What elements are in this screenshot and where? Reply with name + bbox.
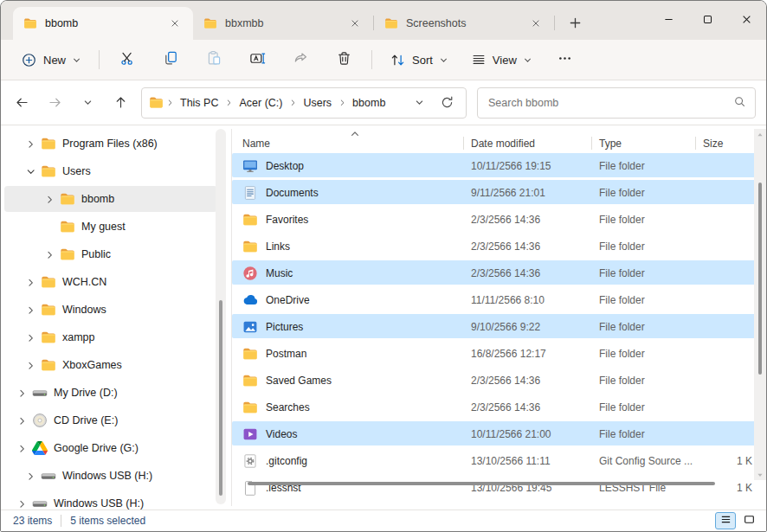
date-modified: 2/3/2566 14:36 xyxy=(464,401,592,413)
chevron-right-icon[interactable] xyxy=(42,250,56,260)
share-button[interactable] xyxy=(282,44,319,75)
file-row-lesshst[interactable]: .lesshst13/10/2566 19:45LESSHST File1 K xyxy=(232,474,766,501)
file-row-videos[interactable]: Videos10/11/2566 21:00File folder xyxy=(232,420,766,447)
drive-icon xyxy=(41,468,56,484)
tab-bbxmbb[interactable]: bbxmbb xyxy=(193,7,373,40)
breadcrumb-item-acer-c[interactable]: Acer (C:) xyxy=(233,94,288,112)
cut-icon xyxy=(119,50,136,69)
sidebar-item-my-guest[interactable]: My guest xyxy=(4,214,217,240)
delete-button[interactable] xyxy=(325,44,362,75)
column-headers: NameDate modifiedTypeSize xyxy=(232,129,766,152)
scroll-down-arrow[interactable] xyxy=(754,469,766,480)
file-row-links[interactable]: Links2/3/2566 14:36File folder xyxy=(232,233,766,260)
chevron-right-icon[interactable] xyxy=(42,195,56,204)
sidebar-item-windows-usb-h[interactable]: Windows USB (H:) xyxy=(4,463,217,489)
breadcrumb-item-bbomb[interactable]: bbomb xyxy=(346,94,391,112)
sort-button[interactable]: Sort xyxy=(382,44,456,75)
file-type: File folder xyxy=(592,214,696,226)
file-row-documents[interactable]: Documents9/11/2566 21:01File folder xyxy=(232,179,766,206)
forward-button[interactable] xyxy=(39,88,70,118)
details-view-button[interactable] xyxy=(715,512,736,529)
close-button[interactable] xyxy=(727,1,766,37)
minimize-button[interactable] xyxy=(649,1,688,37)
chevron-right-icon[interactable] xyxy=(23,471,37,481)
sidebar-item-windows-usb-h[interactable]: Windows USB (H:) xyxy=(4,490,217,510)
sidebar-item-program-files-x86[interactable]: Program Files (x86) xyxy=(4,131,217,157)
sidebar-item-cd-drive-e[interactable]: CD Drive (E:) xyxy=(4,407,217,433)
chevron-right-icon[interactable] xyxy=(23,361,37,370)
column-separator[interactable] xyxy=(463,137,464,150)
vertical-scrollbar[interactable] xyxy=(754,129,766,480)
refresh-button[interactable] xyxy=(435,91,459,115)
copy-button[interactable] xyxy=(152,44,189,75)
sidebar-item-google-drive-g[interactable]: Google Drive (G:) xyxy=(4,435,217,461)
breadcrumb-item-this-pc[interactable]: This PC xyxy=(174,94,224,112)
breadcrumb-chevron-icon xyxy=(224,99,233,106)
chevron-right-icon[interactable] xyxy=(23,305,37,315)
file-name: Saved Games xyxy=(266,375,332,387)
file-row-onedrive[interactable]: OneDrive11/11/2566 8:10File folder xyxy=(232,286,766,313)
sidebar-item-windows[interactable]: Windows xyxy=(4,297,217,323)
sidebar-item-xampp[interactable]: xampp xyxy=(4,324,217,350)
back-button[interactable] xyxy=(6,88,37,118)
sidebar-item-bbomb[interactable]: bbomb xyxy=(4,186,217,212)
file-row-favorites[interactable]: Favorites2/3/2566 14:36File folder xyxy=(232,206,766,233)
up-button[interactable] xyxy=(105,88,136,118)
column-separator[interactable] xyxy=(695,137,696,150)
file-row-searches[interactable]: Searches2/3/2566 14:36File folder xyxy=(232,394,766,420)
tab-screenshots[interactable]: Screenshots xyxy=(374,7,554,40)
new-button[interactable]: New xyxy=(13,44,89,75)
chevron-right-icon[interactable] xyxy=(23,333,37,343)
file-row-saved-games[interactable]: Saved Games2/3/2566 14:36File folder xyxy=(232,367,766,394)
sidebar-item-wch-cn[interactable]: WCH.CN xyxy=(4,269,217,295)
address-bar[interactable]: This PCAcer (C:)Usersbbomb xyxy=(141,87,467,119)
sidebar-scrollbar-thumb[interactable] xyxy=(219,300,222,496)
vertical-scrollbar-thumb[interactable] xyxy=(758,183,762,375)
sidebar-item-users[interactable]: Users xyxy=(4,158,217,184)
horizontal-scrollbar[interactable] xyxy=(241,480,749,487)
column-header-date-modified[interactable]: Date modified xyxy=(464,129,592,152)
breadcrumb-chevron-icon xyxy=(288,99,297,106)
sidebar-item-public[interactable]: Public xyxy=(4,241,217,267)
chevron-right-icon[interactable] xyxy=(15,499,29,509)
search-input[interactable] xyxy=(488,97,733,109)
tab-bbomb[interactable]: bbomb xyxy=(13,7,193,40)
column-header-name[interactable]: Name xyxy=(232,129,464,152)
maximize-button[interactable] xyxy=(688,1,727,37)
file-row-desktop[interactable]: Desktop10/11/2566 19:15File folder xyxy=(232,152,766,179)
address-dropdown-button[interactable] xyxy=(407,91,431,115)
chevron-right-icon[interactable] xyxy=(15,388,29,398)
icons-view-button[interactable] xyxy=(738,512,759,529)
file-row-music[interactable]: Music2/3/2566 14:36File folder xyxy=(232,260,766,286)
see-more-button[interactable] xyxy=(547,44,583,75)
chevron-right-icon[interactable] xyxy=(15,444,29,453)
date-modified: 2/3/2566 14:36 xyxy=(464,375,592,387)
chevron-right-icon[interactable] xyxy=(23,139,37,149)
recent-locations-button[interactable] xyxy=(72,88,103,118)
column-header-type[interactable]: Type xyxy=(592,129,696,152)
horizontal-scrollbar-thumb[interactable] xyxy=(248,482,715,485)
sidebar-item-my-drive-d[interactable]: My Drive (D:) xyxy=(4,380,217,406)
cut-button[interactable] xyxy=(109,44,145,75)
file-row-gitconfig[interactable]: .gitconfig13/10/2566 11:11Git Config Sou… xyxy=(232,447,766,474)
view-button[interactable]: View xyxy=(463,44,540,75)
rename-button[interactable] xyxy=(239,44,275,75)
sidebar-item-label: My Drive (D:) xyxy=(54,387,118,399)
new-tab-button[interactable] xyxy=(562,10,588,36)
tab-label: bbxmbb xyxy=(225,17,338,29)
breadcrumb-item-users[interactable]: Users xyxy=(297,94,338,112)
column-separator[interactable] xyxy=(591,137,592,150)
file-row-pictures[interactable]: Pictures9/10/2566 9:22File folder xyxy=(232,313,766,340)
file-row-postman[interactable]: Postman16/8/2566 12:17File folder xyxy=(232,340,766,367)
chevron-down-icon[interactable] xyxy=(23,167,37,176)
sidebar-item-xboxgames[interactable]: XboxGames xyxy=(4,352,217,378)
folder-icon xyxy=(384,16,398,30)
tab-close-icon[interactable] xyxy=(165,14,184,33)
tab-close-icon[interactable] xyxy=(345,14,364,33)
paste-button[interactable] xyxy=(196,44,232,75)
chevron-right-icon[interactable] xyxy=(23,278,37,287)
scroll-up-arrow[interactable] xyxy=(754,129,766,140)
chevron-right-icon[interactable] xyxy=(15,416,29,426)
sidebar-scrollbar[interactable] xyxy=(216,129,226,504)
tab-close-icon[interactable] xyxy=(526,14,545,33)
